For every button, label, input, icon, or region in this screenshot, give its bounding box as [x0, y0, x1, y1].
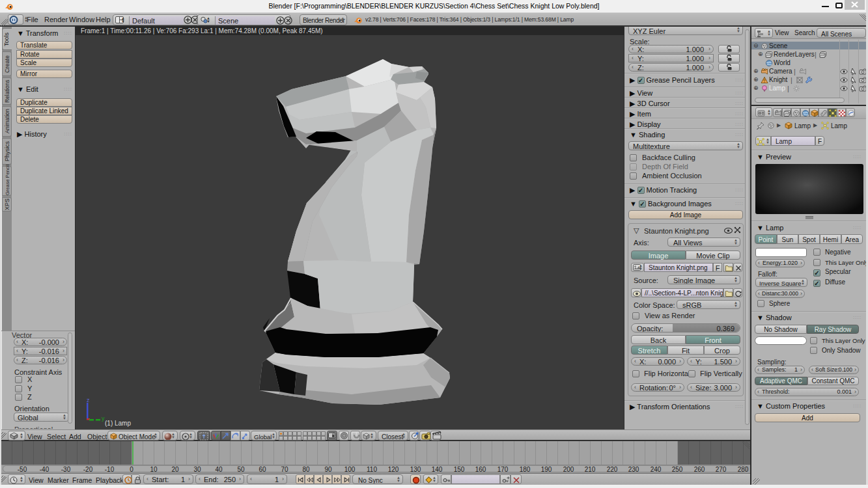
svg-text:z: z [87, 397, 90, 403]
